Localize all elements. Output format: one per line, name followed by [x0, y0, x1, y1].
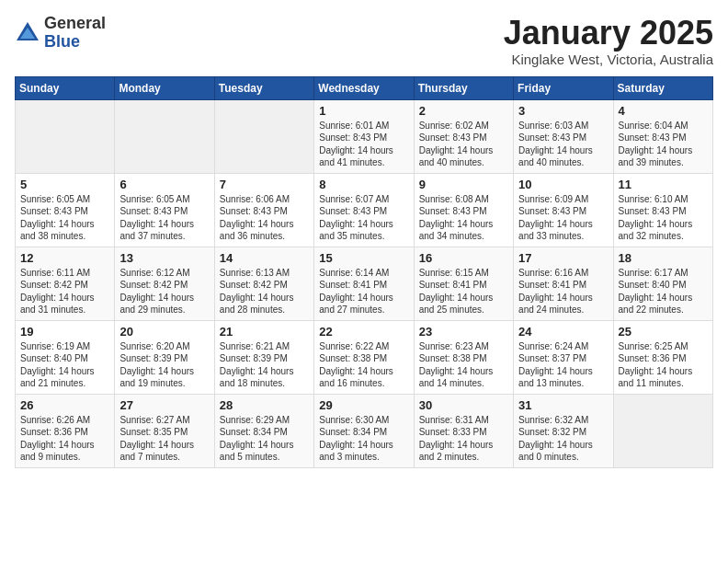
calendar-cell: 13Sunrise: 6:12 AM Sunset: 8:42 PM Dayli…	[115, 247, 214, 320]
title-block: January 2025 Kinglake West, Victoria, Au…	[504, 15, 713, 67]
day-number: 14	[220, 251, 309, 265]
calendar-cell	[214, 99, 313, 173]
calendar-cell: 23Sunrise: 6:23 AM Sunset: 8:38 PM Dayli…	[414, 320, 513, 394]
day-content: Sunrise: 6:05 AM Sunset: 8:43 PM Dayligh…	[119, 193, 209, 243]
day-content: Sunrise: 6:02 AM Sunset: 8:43 PM Dayligh…	[419, 120, 508, 169]
day-content: Sunrise: 6:26 AM Sunset: 8:36 PM Dayligh…	[20, 414, 109, 464]
day-number: 6	[119, 178, 209, 191]
calendar-cell: 28Sunrise: 6:29 AM Sunset: 8:34 PM Dayli…	[214, 394, 313, 467]
calendar-cell: 15Sunrise: 6:14 AM Sunset: 8:41 PM Dayli…	[314, 247, 414, 320]
logo-text: General Blue	[44, 15, 106, 52]
day-content: Sunrise: 6:09 AM Sunset: 8:43 PM Dayligh…	[518, 193, 608, 243]
day-number: 2	[419, 104, 508, 118]
day-number: 23	[419, 325, 508, 339]
day-number: 30	[419, 398, 508, 412]
calendar-cell: 10Sunrise: 6:09 AM Sunset: 8:43 PM Dayli…	[514, 173, 613, 247]
day-content: Sunrise: 6:07 AM Sunset: 8:43 PM Dayligh…	[319, 193, 408, 243]
day-number: 11	[619, 178, 708, 191]
calendar-cell: 11Sunrise: 6:10 AM Sunset: 8:43 PM Dayli…	[613, 173, 712, 247]
day-content: Sunrise: 6:25 AM Sunset: 8:36 PM Dayligh…	[619, 340, 708, 390]
day-number: 9	[419, 178, 508, 191]
day-number: 20	[119, 325, 209, 339]
calendar-cell	[613, 394, 712, 467]
calendar-cell: 5Sunrise: 6:05 AM Sunset: 8:43 PM Daylig…	[16, 173, 115, 247]
day-content: Sunrise: 6:12 AM Sunset: 8:42 PM Dayligh…	[119, 267, 209, 316]
calendar-title: January 2025	[504, 15, 713, 52]
calendar-cell: 24Sunrise: 6:24 AM Sunset: 8:37 PM Dayli…	[514, 320, 613, 394]
day-content: Sunrise: 6:29 AM Sunset: 8:34 PM Dayligh…	[220, 414, 309, 464]
calendar-week-row: 1Sunrise: 6:01 AM Sunset: 8:43 PM Daylig…	[16, 99, 713, 173]
weekday-header-thursday: Thursday	[414, 76, 513, 99]
day-number: 12	[20, 251, 109, 265]
calendar-cell: 8Sunrise: 6:07 AM Sunset: 8:43 PM Daylig…	[314, 173, 414, 247]
day-content: Sunrise: 6:11 AM Sunset: 8:42 PM Dayligh…	[20, 267, 109, 316]
calendar-cell: 4Sunrise: 6:04 AM Sunset: 8:43 PM Daylig…	[613, 99, 712, 173]
calendar-cell: 2Sunrise: 6:02 AM Sunset: 8:43 PM Daylig…	[414, 99, 513, 173]
calendar-cell: 3Sunrise: 6:03 AM Sunset: 8:43 PM Daylig…	[514, 99, 613, 173]
calendar-cell: 6Sunrise: 6:05 AM Sunset: 8:43 PM Daylig…	[115, 173, 214, 247]
calendar-cell	[16, 99, 115, 173]
day-content: Sunrise: 6:08 AM Sunset: 8:43 PM Dayligh…	[419, 193, 508, 243]
day-number: 19	[20, 325, 109, 339]
weekday-header-tuesday: Tuesday	[214, 76, 313, 99]
calendar-cell: 7Sunrise: 6:06 AM Sunset: 8:43 PM Daylig…	[214, 173, 313, 247]
logo-blue-label: Blue	[44, 33, 106, 52]
calendar-week-row: 26Sunrise: 6:26 AM Sunset: 8:36 PM Dayli…	[16, 394, 713, 467]
day-content: Sunrise: 6:06 AM Sunset: 8:43 PM Dayligh…	[220, 193, 309, 243]
calendar-cell: 25Sunrise: 6:25 AM Sunset: 8:36 PM Dayli…	[613, 320, 712, 394]
weekday-header-sunday: Sunday	[16, 76, 115, 99]
calendar-location: Kinglake West, Victoria, Australia	[504, 52, 713, 67]
day-content: Sunrise: 6:14 AM Sunset: 8:41 PM Dayligh…	[319, 267, 408, 316]
calendar-cell: 27Sunrise: 6:27 AM Sunset: 8:35 PM Dayli…	[115, 394, 214, 467]
day-number: 28	[220, 398, 309, 412]
calendar-cell	[115, 99, 214, 173]
day-content: Sunrise: 6:23 AM Sunset: 8:38 PM Dayligh…	[419, 340, 508, 390]
day-content: Sunrise: 6:31 AM Sunset: 8:33 PM Dayligh…	[419, 414, 508, 464]
calendar-cell: 19Sunrise: 6:19 AM Sunset: 8:40 PM Dayli…	[16, 320, 115, 394]
day-number: 31	[518, 398, 608, 412]
day-content: Sunrise: 6:17 AM Sunset: 8:40 PM Dayligh…	[619, 267, 708, 316]
day-content: Sunrise: 6:10 AM Sunset: 8:43 PM Dayligh…	[619, 193, 708, 243]
day-number: 18	[619, 251, 708, 265]
day-number: 8	[319, 178, 408, 191]
day-content: Sunrise: 6:20 AM Sunset: 8:39 PM Dayligh…	[119, 340, 209, 390]
day-content: Sunrise: 6:32 AM Sunset: 8:32 PM Dayligh…	[518, 414, 608, 464]
day-content: Sunrise: 6:21 AM Sunset: 8:39 PM Dayligh…	[220, 340, 309, 390]
day-number: 13	[119, 251, 209, 265]
calendar-cell: 18Sunrise: 6:17 AM Sunset: 8:40 PM Dayli…	[613, 247, 712, 320]
calendar-cell: 14Sunrise: 6:13 AM Sunset: 8:42 PM Dayli…	[214, 247, 313, 320]
day-number: 4	[619, 104, 708, 118]
calendar-cell: 22Sunrise: 6:22 AM Sunset: 8:38 PM Dayli…	[314, 320, 414, 394]
day-content: Sunrise: 6:04 AM Sunset: 8:43 PM Dayligh…	[619, 120, 708, 169]
day-content: Sunrise: 6:03 AM Sunset: 8:43 PM Dayligh…	[518, 120, 608, 169]
calendar-cell: 21Sunrise: 6:21 AM Sunset: 8:39 PM Dayli…	[214, 320, 313, 394]
day-content: Sunrise: 6:24 AM Sunset: 8:37 PM Dayligh…	[518, 340, 608, 390]
calendar-cell: 17Sunrise: 6:16 AM Sunset: 8:41 PM Dayli…	[514, 247, 613, 320]
logo: General Blue	[15, 15, 106, 52]
day-content: Sunrise: 6:27 AM Sunset: 8:35 PM Dayligh…	[119, 414, 209, 464]
calendar-week-row: 12Sunrise: 6:11 AM Sunset: 8:42 PM Dayli…	[16, 247, 713, 320]
calendar-cell: 16Sunrise: 6:15 AM Sunset: 8:41 PM Dayli…	[414, 247, 513, 320]
weekday-header-monday: Monday	[115, 76, 214, 99]
day-number: 7	[220, 178, 309, 191]
day-content: Sunrise: 6:13 AM Sunset: 8:42 PM Dayligh…	[220, 267, 309, 316]
logo-general-label: General	[44, 15, 106, 33]
calendar-table: SundayMondayTuesdayWednesdayThursdayFrid…	[15, 76, 713, 468]
day-number: 3	[518, 104, 608, 118]
calendar-cell: 29Sunrise: 6:30 AM Sunset: 8:34 PM Dayli…	[314, 394, 414, 467]
calendar-week-row: 19Sunrise: 6:19 AM Sunset: 8:40 PM Dayli…	[16, 320, 713, 394]
calendar-cell: 30Sunrise: 6:31 AM Sunset: 8:33 PM Dayli…	[414, 394, 513, 467]
day-number: 29	[319, 398, 408, 412]
day-number: 24	[518, 325, 608, 339]
day-content: Sunrise: 6:01 AM Sunset: 8:43 PM Dayligh…	[319, 120, 408, 169]
day-number: 16	[419, 251, 508, 265]
day-content: Sunrise: 6:05 AM Sunset: 8:43 PM Dayligh…	[20, 193, 109, 243]
day-number: 15	[319, 251, 408, 265]
calendar-cell: 9Sunrise: 6:08 AM Sunset: 8:43 PM Daylig…	[414, 173, 513, 247]
day-content: Sunrise: 6:19 AM Sunset: 8:40 PM Dayligh…	[20, 340, 109, 390]
day-content: Sunrise: 6:22 AM Sunset: 8:38 PM Dayligh…	[319, 340, 408, 390]
page-header: General Blue January 2025 Kinglake West,…	[15, 15, 713, 67]
calendar-cell: 20Sunrise: 6:20 AM Sunset: 8:39 PM Dayli…	[115, 320, 214, 394]
day-number: 1	[319, 104, 408, 118]
calendar-cell: 26Sunrise: 6:26 AM Sunset: 8:36 PM Dayli…	[16, 394, 115, 467]
